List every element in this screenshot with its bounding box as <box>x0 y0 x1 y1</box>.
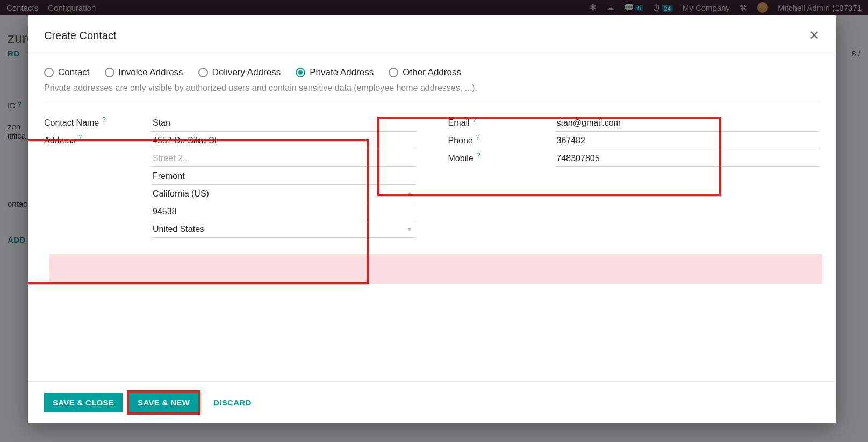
country-select[interactable] <box>152 220 416 238</box>
close-icon[interactable]: ✕ <box>809 29 820 42</box>
modal-body: Contact Invoice Address Delivery Address… <box>28 55 836 381</box>
label-email: Email <box>448 118 470 128</box>
city-input[interactable] <box>152 167 416 185</box>
create-contact-modal: Create Contact ✕ Contact Invoice Address… <box>28 15 836 423</box>
zip-input[interactable] <box>152 202 416 220</box>
modal-header: Create Contact ✕ <box>28 15 836 55</box>
radio-contact[interactable]: Contact <box>44 67 90 78</box>
discard-button[interactable]: DISCARD <box>205 393 260 412</box>
help-icon[interactable]: ? <box>476 134 480 141</box>
contact-name-input[interactable] <box>152 114 416 132</box>
label-phone: Phone <box>448 136 473 146</box>
left-column: Contact Name? Address? ▼ <box>44 114 416 238</box>
mobile-input[interactable] <box>556 149 820 167</box>
label-mobile: Mobile <box>448 154 474 163</box>
pink-strip <box>49 254 822 284</box>
help-icon[interactable]: ? <box>102 116 106 124</box>
right-column: Email? Phone? Mobile? <box>448 114 820 238</box>
label-contact-name: Contact Name <box>44 118 99 128</box>
help-icon[interactable]: ? <box>473 116 477 124</box>
save-close-button[interactable]: SAVE & CLOSE <box>44 393 123 412</box>
radio-delivery-address[interactable]: Delivery Address <box>198 67 281 78</box>
contact-type-radios: Contact Invoice Address Delivery Address… <box>44 67 820 78</box>
label-address: Address <box>44 136 76 146</box>
divider <box>44 103 820 103</box>
street-input[interactable] <box>152 132 416 149</box>
help-icon[interactable]: ? <box>477 151 480 159</box>
modal-title: Create Contact <box>44 30 117 42</box>
radio-invoice-address[interactable]: Invoice Address <box>105 67 183 78</box>
radio-other-address[interactable]: Other Address <box>389 67 461 78</box>
save-new-button[interactable]: SAVE & NEW <box>129 393 198 412</box>
state-select[interactable] <box>152 185 416 202</box>
help-icon[interactable]: ? <box>79 134 83 141</box>
email-input[interactable] <box>556 114 820 132</box>
phone-input[interactable] <box>556 132 820 149</box>
private-address-helper: Private addresses are only visible by au… <box>44 83 820 93</box>
radio-private-address[interactable]: Private Address <box>296 67 374 78</box>
modal-footer: SAVE & CLOSE SAVE & NEW DISCARD <box>28 381 836 423</box>
street2-input[interactable] <box>152 149 416 167</box>
